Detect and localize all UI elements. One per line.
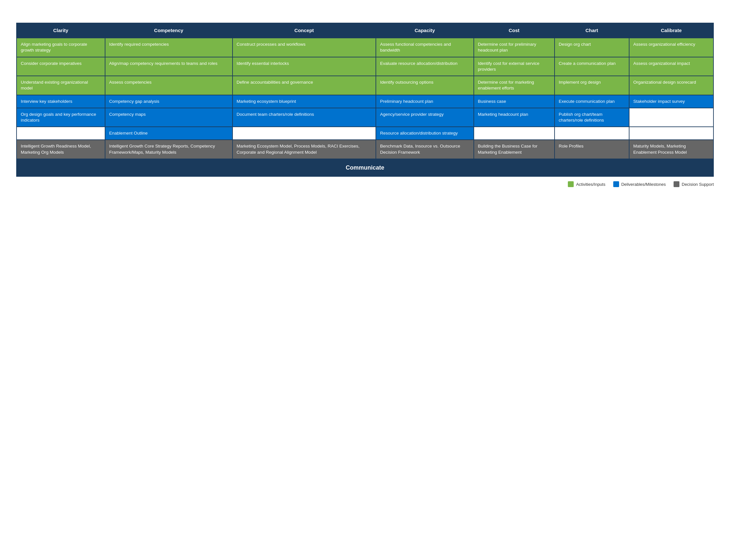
cell-r1-c6: Assess organizational impact — [629, 57, 713, 76]
cell-r1-c5: Create a communication plan — [555, 57, 629, 76]
cell-r1-c3: Evaluate resource allocation/distributio… — [376, 57, 473, 76]
cell-r1-c4: Identify cost for external service provi… — [474, 57, 555, 76]
cell-r1-c1: Align/map competency requirements to tea… — [105, 57, 233, 76]
cell-r3-c3: Preliminary headcount plan — [376, 95, 473, 108]
cell-r6-c5: Role Profiles — [555, 140, 629, 159]
cell-r5-c5 — [555, 127, 629, 140]
cell-r5-c3: Resource allocation/distribution strateg… — [376, 127, 473, 140]
cell-r0-c3: Assess functional competencies and bandw… — [376, 38, 473, 57]
column-header-capacity: Capacity — [376, 23, 473, 38]
cell-r2-c5: Implement org design — [555, 76, 629, 95]
cell-r4-c5: Publish org chart/team charters/role def… — [555, 108, 629, 127]
legend-gray-box — [674, 181, 679, 187]
legend-green-box — [568, 181, 574, 187]
column-header-chart: Chart — [555, 23, 629, 38]
column-header-concept: Concept — [233, 23, 376, 38]
column-header-clarity: Clarity — [17, 23, 105, 38]
column-header-calibrate: Calibrate — [629, 23, 713, 38]
cell-r5-c2 — [233, 127, 376, 140]
legend-deliverables: Deliverables/Milestones — [613, 181, 666, 187]
cell-r6-c1: Intelligent Growth Core Strategy Reports… — [105, 140, 233, 159]
table-row: Org design goals and key performance ind… — [17, 108, 713, 127]
table-row: Consider corporate imperativesAlign/map … — [17, 57, 713, 76]
cell-r6-c3: Benchmark Data, Insource vs. Outsource D… — [376, 140, 473, 159]
cell-r6-c0: Intelligent Growth Readiness Model, Mark… — [17, 140, 105, 159]
cell-r3-c0: Interview key stakeholders — [17, 95, 105, 108]
legend: Activities/Inputs Deliverables/Milestone… — [16, 181, 714, 187]
cell-r0-c1: Identify required competencies — [105, 38, 233, 57]
table-row: Enablement OutlineResource allocation/di… — [17, 127, 713, 140]
cell-r6-c4: Building the Business Case for Marketing… — [474, 140, 555, 159]
cell-r1-c2: Identify essential interlocks — [233, 57, 376, 76]
cell-r6-c2: Marketing Ecosystem Model, Process Model… — [233, 140, 376, 159]
cell-r2-c0: Understand existing organizational model — [17, 76, 105, 95]
cell-r4-c1: Competency maps — [105, 108, 233, 127]
cell-r2-c4: Determine cost for marketing enablement … — [474, 76, 555, 95]
cell-r2-c2: Define accountabilities and governance — [233, 76, 376, 95]
cell-r6-c6: Maturity Models, Marketing Enablement Pr… — [629, 140, 713, 159]
legend-activities-label: Activities/Inputs — [576, 182, 605, 187]
main-table: ClarityCompetencyConceptCapacityCostChar… — [16, 23, 714, 177]
cell-r4-c3: Agency/service provider strategy — [376, 108, 473, 127]
cell-r1-c0: Consider corporate imperatives — [17, 57, 105, 76]
table-row: Understand existing organizational model… — [17, 76, 713, 95]
cell-r3-c6: Stakeholder impact survey — [629, 95, 713, 108]
cell-r4-c4: Marketing headcount plan — [474, 108, 555, 127]
cell-r3-c1: Competency gap analysis — [105, 95, 233, 108]
cell-r2-c3: Identify outsourcing options — [376, 76, 473, 95]
cell-r0-c6: Assess organizational efficiency — [629, 38, 713, 57]
cell-r5-c6 — [629, 127, 713, 140]
cell-r5-c4 — [474, 127, 555, 140]
legend-decision-label: Decision Support — [682, 182, 714, 187]
cell-r0-c4: Determine cost for preliminary headcount… — [474, 38, 555, 57]
cell-r3-c5: Execute communication plan — [555, 95, 629, 108]
cell-r4-c6 — [629, 108, 713, 127]
cell-r2-c6: Organizational design scorecard — [629, 76, 713, 95]
cell-r5-c1: Enablement Outline — [105, 127, 233, 140]
cell-r2-c1: Assess competencies — [105, 76, 233, 95]
legend-decision: Decision Support — [674, 181, 714, 187]
column-header-competency: Competency — [105, 23, 233, 38]
legend-activities: Activities/Inputs — [568, 181, 605, 187]
legend-blue-box — [613, 181, 619, 187]
cell-r4-c0: Org design goals and key performance ind… — [17, 108, 105, 127]
column-header-cost: Cost — [474, 23, 555, 38]
table-row: Align marketing goals to corporate growt… — [17, 38, 713, 57]
cell-r0-c0: Align marketing goals to corporate growt… — [17, 38, 105, 57]
cell-r0-c2: Construct processes and workflows — [233, 38, 376, 57]
communicate-row: Communicate — [17, 159, 713, 176]
cell-r3-c4: Business case — [474, 95, 555, 108]
table-row: Interview key stakeholdersCompetency gap… — [17, 95, 713, 108]
cell-r5-c0 — [17, 127, 105, 140]
legend-deliverables-label: Deliverables/Milestones — [621, 182, 666, 187]
header-row: ClarityCompetencyConceptCapacityCostChar… — [17, 23, 713, 38]
cell-r3-c2: Marketing ecosystem blueprint — [233, 95, 376, 108]
table-row: Intelligent Growth Readiness Model, Mark… — [17, 140, 713, 159]
cell-r4-c2: Document team charters/role definitions — [233, 108, 376, 127]
cell-r0-c5: Design org chart — [555, 38, 629, 57]
communicate-cell: Communicate — [17, 159, 713, 176]
